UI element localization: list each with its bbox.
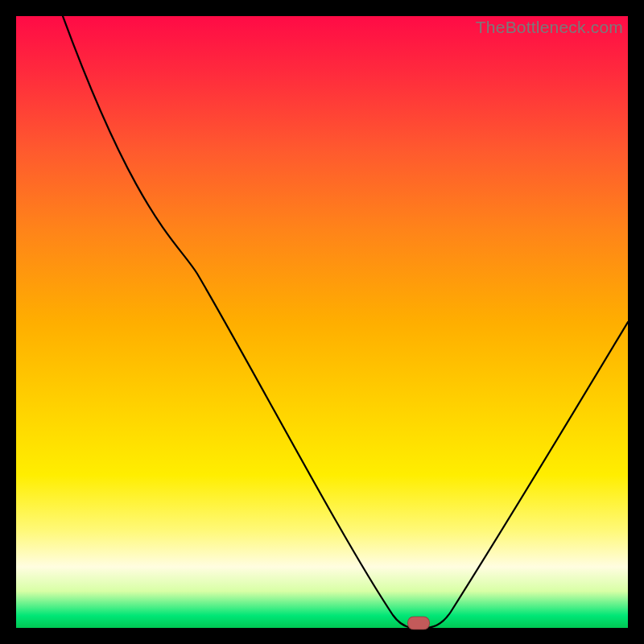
chart-frame: TheBottleneck.com (0, 0, 644, 644)
optimal-point-marker (407, 617, 430, 630)
bottleneck-curve (16, 16, 628, 628)
curve-path (63, 16, 628, 628)
plot-area: TheBottleneck.com (16, 16, 628, 628)
